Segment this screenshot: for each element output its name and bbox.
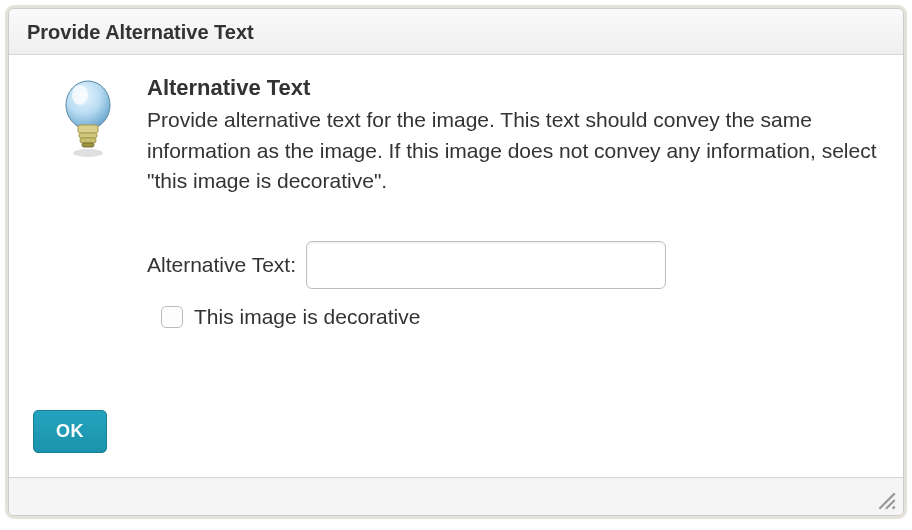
decorative-checkbox[interactable] xyxy=(161,306,183,328)
ok-button[interactable]: OK xyxy=(33,410,107,453)
svg-point-6 xyxy=(73,149,103,157)
alt-text-input[interactable] xyxy=(306,241,666,289)
svg-rect-4 xyxy=(80,138,96,143)
section-heading: Alternative Text xyxy=(147,75,879,101)
resize-grip-icon[interactable] xyxy=(875,489,897,511)
lightbulb-icon xyxy=(58,79,118,159)
svg-point-0 xyxy=(66,81,110,129)
svg-rect-5 xyxy=(82,143,94,147)
svg-rect-3 xyxy=(79,133,97,138)
alt-text-row: Alternative Text: xyxy=(147,241,879,289)
dialog-header: Provide Alternative Text xyxy=(9,9,903,55)
dialog-footer xyxy=(9,477,903,515)
content-row: Alternative Text Provide alternative tex… xyxy=(33,75,879,331)
dialog-body: Alternative Text Provide alternative tex… xyxy=(9,55,903,477)
svg-line-9 xyxy=(893,507,895,509)
button-row: OK xyxy=(33,382,879,453)
alt-text-dialog: Provide Alternative Text xyxy=(8,8,904,516)
text-column: Alternative Text Provide alternative tex… xyxy=(143,75,879,331)
section-description: Provide alternative text for the image. … xyxy=(147,105,879,196)
decorative-label: This image is decorative xyxy=(194,305,420,329)
decorative-row: This image is decorative xyxy=(147,303,879,331)
dialog-title: Provide Alternative Text xyxy=(27,21,885,44)
hint-icon-container xyxy=(33,75,143,159)
svg-rect-2 xyxy=(78,125,98,133)
svg-point-1 xyxy=(72,85,88,105)
alt-text-label: Alternative Text: xyxy=(147,253,296,277)
